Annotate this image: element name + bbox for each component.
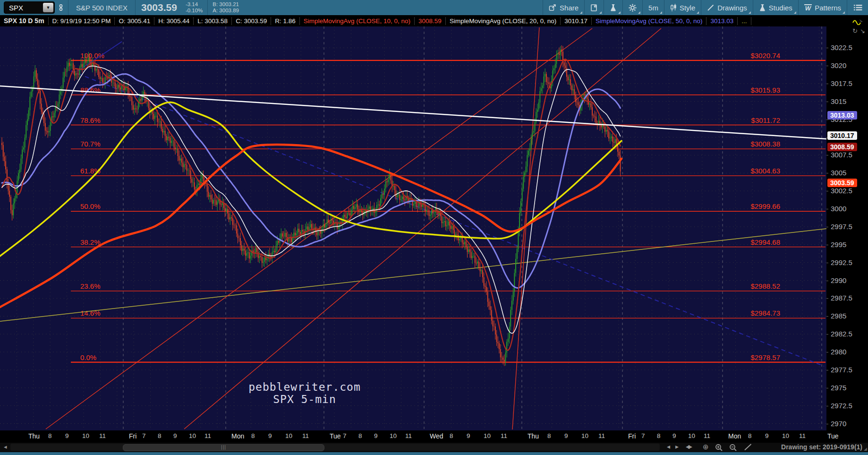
- time-axis-day-label: Mon: [728, 432, 741, 440]
- close-value: C: 3003.59: [232, 17, 271, 25]
- candlestick-style-icon: [670, 4, 677, 12]
- crosshair-icon[interactable]: ⊕: [703, 443, 709, 451]
- price-axis-tickmark: [826, 388, 828, 388]
- fib-price-label: $2999.66: [750, 202, 780, 210]
- price-axis-tickmark: [826, 406, 828, 406]
- price-axis-tickmark: [826, 48, 828, 48]
- fib-fan-line-2[interactable]: [184, 28, 661, 429]
- time-axis-hour-label: 11: [204, 432, 211, 439]
- time-axis-hour-label: 8: [657, 432, 661, 439]
- interval-button[interactable]: 5m: [644, 0, 663, 15]
- price-axis-tickmark: [826, 227, 828, 227]
- analyze-button[interactable]: [605, 0, 621, 15]
- symbol-selector[interactable]: SPX ▼: [4, 1, 55, 14]
- menu-button[interactable]: [848, 0, 868, 15]
- price-chart[interactable]: 100.0%$3020.7488.6%$3015.9378.6%$3011.72…: [0, 26, 826, 430]
- price-bubble: 3003.59: [827, 179, 857, 187]
- time-axis-hour-label: 8: [158, 432, 162, 439]
- toolbar-divider: [207, 0, 208, 15]
- price-axis-label: 2980: [831, 348, 846, 356]
- fib-price-label: $2994.68: [750, 238, 780, 246]
- chart-scrollbar-thumb[interactable]: |||: [123, 444, 324, 451]
- chart-area[interactable]: 100.0%$3020.7488.6%$3015.9378.6%$3011.72…: [0, 26, 826, 430]
- symbol-description: S&P 500 INDEX: [69, 4, 134, 12]
- last-price: 3003.59: [136, 2, 182, 13]
- price-axis-label: 3000: [831, 205, 846, 213]
- settings-button[interactable]: [624, 0, 641, 15]
- fib-percent-label: 61.8%: [80, 167, 101, 175]
- pan-right-icon[interactable]: ▸: [675, 443, 679, 450]
- time-axis-hour-label: 9: [672, 432, 676, 439]
- draw-line-icon[interactable]: [744, 444, 752, 451]
- price-axis-tickmark: [826, 281, 828, 281]
- price-axis-label: 2997.5: [831, 223, 852, 231]
- drawings-button[interactable]: Drawings: [702, 0, 752, 15]
- sma20-study-value: 3010.17: [561, 17, 592, 25]
- fit-width-icon[interactable]: ◀▶: [686, 444, 691, 450]
- zoom-out-icon[interactable]: [729, 444, 737, 451]
- style-button[interactable]: Style: [665, 0, 700, 15]
- price-axis[interactable]: ↻ ↘ 3022.530203017.530153012.530103007.5…: [826, 26, 868, 430]
- fib-price-label: $3004.63: [750, 167, 780, 175]
- time-axis-day-label: Thu: [528, 432, 539, 440]
- time-axis-hour-label: 9: [173, 432, 177, 439]
- price-bubble: 3010.17: [827, 131, 857, 140]
- chevron-down-icon[interactable]: ▼: [43, 3, 53, 12]
- support-line[interactable]: [0, 229, 826, 321]
- toolbar-divider: [642, 0, 643, 15]
- share-label: Share: [560, 4, 579, 12]
- sma10-study-value: 3008.59: [415, 17, 446, 25]
- price-axis-tickmark: [826, 245, 828, 245]
- cursor-arrow-icon[interactable]: ↘: [860, 27, 865, 34]
- time-axis-day-label: Thu: [28, 432, 40, 440]
- time-axis-day-label: Fri: [628, 432, 636, 440]
- time-axis-hour-label: 8: [251, 432, 255, 439]
- scroll-left-arrow-icon[interactable]: ◂: [4, 443, 7, 450]
- link-button[interactable]: [55, 0, 67, 15]
- notes-button[interactable]: i: [586, 0, 603, 15]
- time-axis[interactable]: Thu891011Fri7891011Mon891011Tue7891011We…: [0, 430, 868, 443]
- price-axis-label: 2992.5: [831, 258, 852, 266]
- reset-scale-icon[interactable]: ↻: [852, 27, 858, 34]
- time-axis-day-label: Fri: [129, 432, 136, 440]
- fib-fan-line-3[interactable]: [512, 27, 539, 429]
- price-axis-tickmark: [826, 66, 828, 66]
- high-value: H: 3005.44: [154, 17, 194, 25]
- study-edit-shortcut[interactable]: [848, 17, 868, 25]
- more-studies-ellipsis[interactable]: ...: [738, 17, 751, 25]
- price-axis-tickmark: [826, 120, 828, 120]
- sma10-study-label[interactable]: SimpleMovingAvg (CLOSE, 10, 0, no): [300, 17, 415, 25]
- share-button[interactable]: Share: [544, 0, 583, 15]
- price-axis-label: 2985: [831, 312, 846, 320]
- studies-button[interactable]: Studies: [754, 0, 797, 15]
- sma50-study-value: 3013.03: [706, 17, 738, 25]
- price-axis-tickmark: [826, 102, 828, 102]
- time-axis-hour-label: 9: [65, 432, 69, 439]
- time-axis-hour-label: 10: [82, 432, 89, 439]
- price-axis-tickmark: [826, 263, 828, 263]
- time-axis-hour-label: 11: [704, 432, 710, 439]
- ask-value: A: 3003.89: [213, 8, 239, 14]
- patterns-button[interactable]: W Patterns: [800, 0, 846, 15]
- price-axis-tickmark: [826, 84, 828, 84]
- fib-percent-label: 50.0%: [80, 202, 101, 210]
- time-axis-hour-label: 7: [641, 432, 645, 439]
- toolbar-divider: [135, 0, 136, 15]
- price-axis-tickmark: [826, 370, 828, 370]
- sma20-study-label[interactable]: SimpleMovingAvg (CLOSE, 20, 0, no): [446, 17, 561, 25]
- time-axis-hour-label: 8: [547, 432, 551, 439]
- time-axis-hour-label: 10: [390, 432, 397, 439]
- pan-left-icon[interactable]: ◂: [667, 443, 670, 450]
- interval-label: 5m: [648, 4, 658, 12]
- drawing-set-label[interactable]: Drawing set: 2019-0919(1): [781, 443, 862, 451]
- time-axis-day-label: Tue: [827, 432, 839, 440]
- toolbar-divider: [664, 0, 664, 15]
- time-axis-hour-label: 8: [748, 432, 752, 439]
- sma50-study-label[interactable]: SimpleMovingAvg (CLOSE, 50, 0, no): [592, 17, 706, 25]
- downtrend-line[interactable]: [0, 86, 826, 139]
- chart-scrollbar-track[interactable]: |||: [10, 444, 660, 451]
- symbol-input[interactable]: SPX: [9, 4, 23, 12]
- zoom-in-icon[interactable]: [715, 444, 723, 451]
- fib-percent-label: 38.2%: [80, 238, 101, 246]
- resize-corner-icon: ◢: [864, 446, 867, 451]
